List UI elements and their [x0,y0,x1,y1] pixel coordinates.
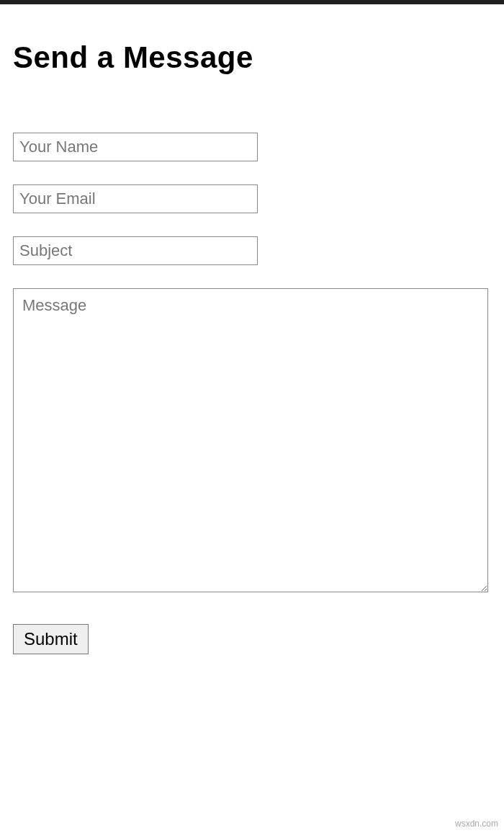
window-top-bar [0,0,504,4]
message-textarea[interactable] [13,288,488,592]
submit-button[interactable]: Submit [13,624,89,654]
subject-input[interactable] [13,236,258,265]
page-title: Send a Message [13,40,491,75]
contact-form: Submit [13,133,491,654]
email-input[interactable] [13,184,258,213]
watermark-text: wsxdn.com [455,819,498,829]
page-content: Send a Message Submit [0,40,504,654]
name-input[interactable] [13,133,258,161]
